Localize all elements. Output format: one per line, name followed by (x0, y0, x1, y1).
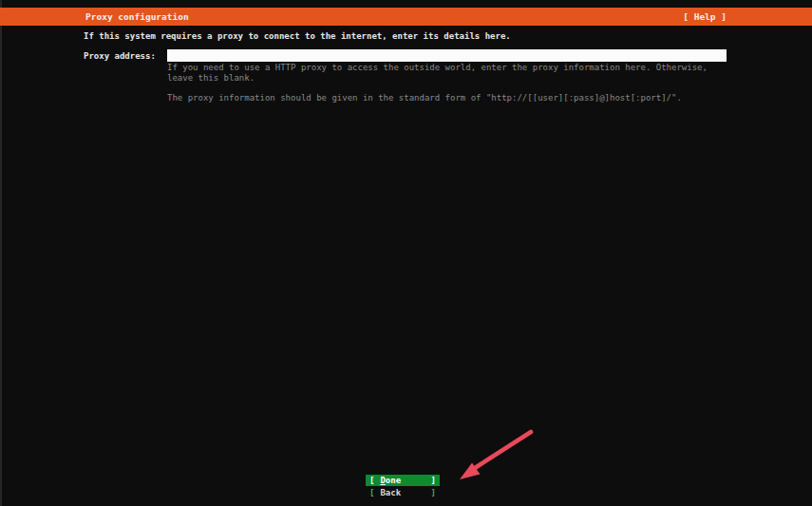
proxy-help-line-3: The proxy information should be given in… (167, 93, 708, 103)
proxy-address-input[interactable] (167, 49, 727, 62)
proxy-help-text: If you need to use a HTTP proxy to acces… (167, 63, 708, 103)
back-button-label: Back (380, 487, 401, 498)
done-button[interactable]: [ Done ] (366, 475, 440, 486)
page-title: Proxy configuration (85, 11, 189, 22)
back-button[interactable]: [ Back ] (366, 487, 440, 498)
instruction-text: If this system requires a proxy to conne… (84, 31, 511, 42)
done-button-label: Done (380, 475, 401, 486)
back-bracket-left: [ (369, 487, 374, 498)
proxy-help-line-2: leave this blank. (167, 73, 708, 84)
screen-edge-highlight (0, 0, 2, 506)
annotation-arrow-shaft (475, 432, 531, 468)
back-bracket-right: ] (431, 487, 436, 498)
proxy-address-label: Proxy address: (84, 51, 156, 62)
header-bar: Proxy configuration [ Help ] (0, 8, 812, 26)
annotation-arrow-head (460, 463, 481, 480)
done-bracket-right: ] (431, 475, 436, 486)
proxy-help-line-1: If you need to use a HTTP proxy to acces… (167, 63, 708, 73)
done-bracket-left: [ (369, 475, 374, 486)
help-button[interactable]: [ Help ] (683, 11, 727, 22)
installer-screen: Proxy configuration [ Help ] If this sys… (0, 0, 812, 506)
